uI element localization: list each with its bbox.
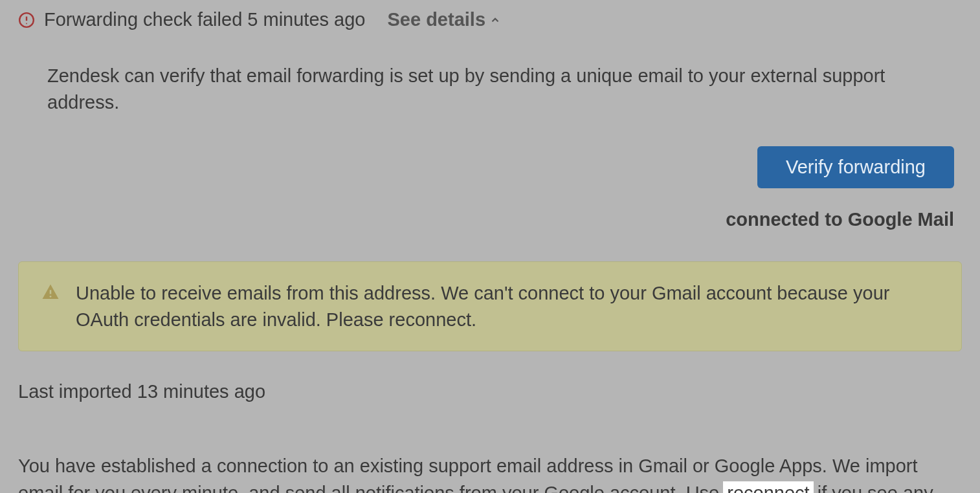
see-details-label: See details (387, 9, 485, 30)
warning-alert: Unable to receive emails from this addre… (18, 261, 962, 351)
connected-status: connected to Google Mail (18, 209, 962, 230)
last-imported-text: Last imported 13 minutes ago (18, 381, 962, 402)
svg-point-2 (26, 23, 27, 24)
forwarding-status-text: Forwarding check failed 5 minutes ago (44, 9, 365, 30)
svg-point-4 (50, 296, 52, 298)
warning-triangle-icon (41, 283, 60, 302)
forwarding-description: Zendesk can verify that email forwarding… (47, 63, 962, 115)
chevron-up-icon (489, 9, 501, 30)
see-details-toggle[interactable]: See details (387, 9, 501, 30)
verify-action-row: Verify forwarding (18, 146, 962, 188)
error-circle-icon (18, 12, 35, 28)
warning-message: Unable to receive emails from this addre… (76, 280, 939, 333)
connection-info-text: You have established a connection to an … (18, 453, 962, 493)
verify-forwarding-button[interactable]: Verify forwarding (757, 146, 954, 188)
reconnect-link[interactable]: reconnect (723, 481, 813, 493)
forwarding-status-row: Forwarding check failed 5 minutes ago Se… (18, 9, 962, 30)
